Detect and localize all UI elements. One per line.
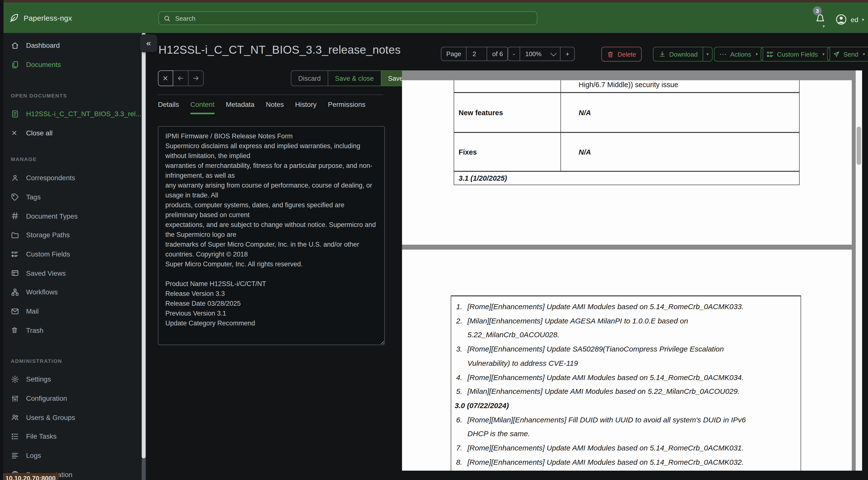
tab-metadata[interactable]: Metadata [226, 100, 255, 114]
save-close-button[interactable]: Save & close [328, 70, 381, 86]
custom-fields-icon [766, 50, 774, 58]
sidebar-item-h12ssl-i-c-ct-nt-bios-3-3-rel[interactable]: H12SSL-i_C_CT_NT_BIOS_3.3_rel... [0, 104, 143, 123]
custom-fields-icon [11, 250, 20, 258]
app-header: Paperless-ngx 3 ▾ ed ▾ [0, 2, 868, 33]
sidebar-nav-block: SettingsConfigurationUsers & GroupsFile … [0, 370, 143, 480]
table-cell: N/A [561, 93, 799, 132]
avatar-icon [835, 13, 847, 26]
sidebar-item-label: Storage Paths [26, 231, 70, 239]
pdf-scrollbar-thumb[interactable] [857, 126, 861, 165]
trash-icon [11, 327, 20, 334]
previous-document-button[interactable] [173, 70, 188, 86]
global-search[interactable] [158, 11, 537, 25]
pdf-page-2: 1.[Rome][Enhancements] Update AMI Module… [402, 249, 852, 471]
caret-down-icon: ▾ [755, 52, 758, 57]
sidebar-item-label: Settings [26, 376, 51, 383]
download-caret-button[interactable]: ▾ [703, 47, 712, 61]
sidebar-section-title-open-documents: OPEN DOCUMENTS [11, 93, 67, 98]
page-number-cell [466, 47, 487, 61]
sidebar-item-users-groups[interactable]: Users & Groups [0, 408, 143, 427]
sidebar-collapse-button[interactable]: « [140, 34, 157, 52]
discard-button[interactable]: Discard [291, 70, 328, 86]
sidebar-item-storage-paths[interactable]: Storage Paths [0, 226, 143, 244]
table-cell: High/6.7 Middle)) security issue [561, 80, 799, 92]
pdf-list-item: 8.[Rome][Enhancements] Update AMI Module… [451, 455, 801, 469]
tab-permissions[interactable]: Permissions [328, 100, 366, 114]
tab-details[interactable]: Details [158, 100, 179, 114]
delete-button[interactable]: Delete [601, 47, 642, 62]
sidebar-item-label: Mail [26, 307, 39, 315]
zoom-level-value: 100% [525, 50, 542, 58]
sidebar-item-correspondents[interactable]: Correspondents [0, 168, 143, 187]
user-menu[interactable]: ed ▾ [835, 13, 864, 26]
notifications-caret-icon: ▾ [823, 24, 825, 29]
close-document-button[interactable] [158, 70, 173, 86]
sidebar-item-tags[interactable]: Tags [0, 187, 143, 206]
document-content-textarea[interactable]: IPMI Firmware / BIOS Release Notes Form … [158, 126, 385, 345]
sidebar-item-document-types[interactable]: Document Types [0, 207, 143, 226]
sidebar-item-saved-views[interactable]: Saved Views [0, 264, 143, 282]
download-button[interactable]: Download▾ [653, 47, 713, 62]
tab-content[interactable]: Content [190, 100, 215, 114]
sidebar-item-custom-fields[interactable]: Custom Fields [0, 245, 143, 264]
sidebar-item-file-tasks[interactable]: File Tasks [0, 427, 143, 446]
saved-views-icon [11, 269, 20, 277]
sidebar-nav-block: H12SSL-i_C_CT_NT_BIOS_3.3_rel...Close al… [0, 104, 143, 143]
zoom-out-button[interactable]: - [508, 47, 520, 61]
next-document-button[interactable] [188, 70, 204, 86]
table-cell: 3.1 (1/20/2025) [454, 172, 507, 185]
sidebar-item-logs[interactable]: Logs [0, 446, 143, 465]
sidebar-item-close-all[interactable]: Close all [0, 123, 143, 142]
sidebar-item-workflows[interactable]: Workflows [0, 282, 143, 302]
zoom-level-dropdown[interactable]: 100% [520, 47, 560, 61]
table-row: 3.1 (1/20/2025) [454, 172, 800, 185]
table-row: Fixes N/A [454, 133, 800, 172]
sidebar-scrollbar-thumb[interactable] [142, 33, 146, 458]
sidebar-item-label: Users & Groups [26, 413, 75, 421]
sidebar-nav-block: CorrespondentsTagsDocument TypesStorage … [0, 168, 143, 340]
hash-icon [11, 212, 20, 220]
sliders-icon [11, 394, 20, 402]
sidebar-item-documents[interactable]: Documents [0, 55, 143, 74]
sidebar-item-settings[interactable]: Settings [0, 370, 143, 389]
button-label: Custom Fields [777, 51, 818, 58]
app-logo[interactable]: Paperless-ngx [9, 2, 72, 33]
chevron-down-icon [551, 50, 557, 56]
tag-icon [11, 193, 20, 201]
send-button[interactable]: Send▾ [827, 47, 868, 62]
page-number-input[interactable] [472, 50, 482, 58]
table-row: New features N/A [454, 93, 800, 133]
logs-icon [11, 451, 20, 459]
search-input[interactable] [174, 14, 532, 22]
custom-fields-button[interactable]: Custom Fields▾ [761, 47, 830, 62]
pdf-scrollbar[interactable] [856, 70, 862, 471]
table-cell: Fixes [454, 133, 561, 171]
tab-notes[interactable]: Notes [266, 100, 284, 114]
workflows-icon [11, 288, 20, 296]
sidebar-nav-block: DashboardDocuments [0, 36, 143, 74]
table-cell: N/A [561, 133, 799, 171]
sidebar-item-mail[interactable]: Mail [0, 302, 143, 321]
send-icon [833, 51, 840, 58]
pdf-list-box: 1.[Rome][Enhancements] Update AMI Module… [451, 295, 801, 471]
button-label: Actions [730, 51, 751, 58]
sidebar-item-label: Saved Views [26, 269, 66, 277]
zoom-in-button[interactable]: + [560, 47, 574, 61]
sidebar-item-dashboard[interactable]: Dashboard [0, 36, 143, 55]
sidebar-item-label: Documents [26, 61, 61, 68]
sidebar-scrollbar[interactable] [142, 33, 146, 480]
sidebar-item-configuration[interactable]: Configuration [0, 389, 143, 408]
actions-button[interactable]: ⋯Actions▾ [714, 47, 763, 62]
pdf-table: High/6.7 Middle)) security issue New fea… [454, 80, 800, 185]
tab-history[interactable]: History [295, 100, 317, 114]
app-window: Paperless-ngx 3 ▾ ed ▾ Da [0, 0, 868, 480]
ellipsis-icon: ⋯ [719, 52, 727, 57]
sidebar-section-title-manage: MANAGE [11, 156, 37, 162]
pdf-viewer[interactable]: High/6.7 Middle)) security issue New fea… [402, 70, 862, 471]
sidebar-item-label: Document Types [26, 212, 78, 220]
mail-icon [11, 307, 20, 315]
sidebar-item-trash[interactable]: Trash [0, 321, 143, 340]
pdf-list-item: 9.[Rome][Milan][Enhancements] For UsbBus… [451, 470, 801, 471]
brand-name: Paperless-ngx [24, 13, 72, 22]
pdf-list-item: 4.[Rome][Enhancements] Update AMI Module… [451, 370, 801, 385]
